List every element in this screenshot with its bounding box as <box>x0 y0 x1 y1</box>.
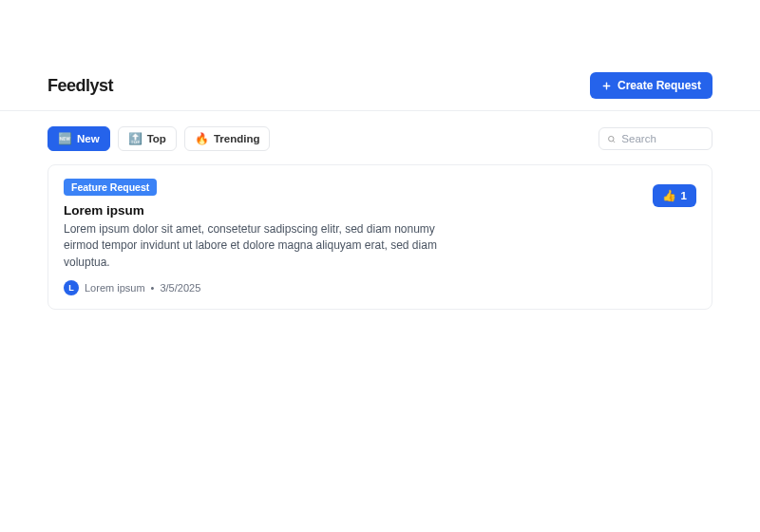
category-badge: Feature Request <box>64 179 157 196</box>
tab-top-label: Top <box>147 133 166 144</box>
avatar: L <box>64 280 79 295</box>
meta-separator: • <box>151 282 155 294</box>
upvote-button[interactable]: 👍 1 <box>653 184 696 207</box>
top-icon: 🔝 <box>128 132 142 145</box>
header-bar: Feedlyst Create Request <box>0 61 760 111</box>
filter-row: 🆕 New 🔝 Top 🔥 Trending <box>48 126 712 151</box>
tab-new-label: New <box>77 133 100 144</box>
upvote-count: 1 <box>681 190 687 201</box>
request-card[interactable]: Feature Request Lorem ipsum Lorem ipsum … <box>48 164 712 310</box>
thumbs-up-icon: 👍 <box>662 189 676 202</box>
card-description: Lorem ipsum dolor sit amet, consetetur s… <box>64 221 453 271</box>
new-icon: 🆕 <box>58 132 72 145</box>
tabs: 🆕 New 🔝 Top 🔥 Trending <box>48 126 270 151</box>
tab-top[interactable]: 🔝 Top <box>118 126 177 151</box>
fire-icon: 🔥 <box>195 132 209 145</box>
card-title: Lorem ipsum <box>64 203 637 218</box>
tab-trending-label: Trending <box>214 133 260 144</box>
create-request-button[interactable]: Create Request <box>590 72 712 99</box>
plus-icon <box>601 81 612 91</box>
search-box[interactable] <box>598 127 712 150</box>
card-meta: L Lorem ipsum • 3/5/2025 <box>64 280 637 295</box>
create-request-label: Create Request <box>618 79 701 92</box>
search-input[interactable] <box>621 133 704 144</box>
search-icon <box>607 134 616 144</box>
brand-logo: Feedlyst <box>48 76 113 96</box>
author-name: Lorem ipsum <box>85 282 145 294</box>
svg-line-3 <box>613 141 615 142</box>
post-date: 3/5/2025 <box>160 282 200 294</box>
card-main: Feature Request Lorem ipsum Lorem ipsum … <box>64 179 637 295</box>
tab-new[interactable]: 🆕 New <box>48 126 110 151</box>
svg-point-2 <box>609 136 614 141</box>
tab-trending[interactable]: 🔥 Trending <box>184 126 271 151</box>
